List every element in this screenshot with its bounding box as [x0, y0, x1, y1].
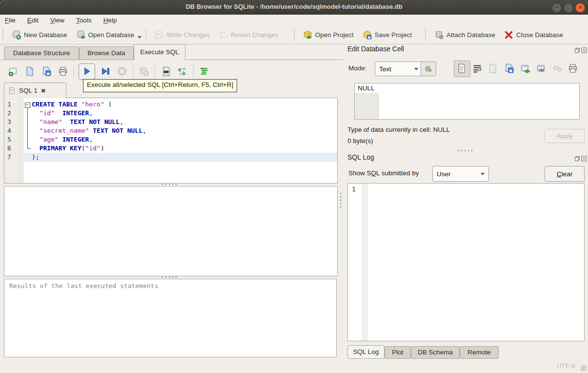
tab-sql-log[interactable]: SQL Log	[347, 345, 385, 359]
save-project-icon	[363, 30, 372, 40]
open-sql-file-icon[interactable]	[23, 65, 36, 78]
splitter-handle[interactable]	[458, 150, 474, 151]
tab-db-schema[interactable]: DB Schema	[411, 346, 460, 359]
print-icon[interactable]	[567, 62, 579, 74]
tab-remote[interactable]: Remote	[460, 346, 499, 359]
window-title: DB Browser for SQLite - /home/user/code/…	[0, 3, 588, 10]
toolbar-button-label: Revert Changes	[231, 31, 279, 39]
log-fold-margin	[362, 184, 368, 341]
cell-editor-margin	[355, 93, 379, 119]
code-line[interactable]: PRIMARY KEY("id")	[24, 144, 337, 153]
toolbar-separator	[133, 65, 133, 77]
tab-browse-data[interactable]: Browse Data	[79, 46, 134, 60]
editor-fold-margin	[18, 98, 24, 183]
maximize-icon[interactable]: □	[564, 3, 573, 13]
toolbar-grip[interactable]	[294, 29, 296, 40]
save-project-button[interactable]: Save Project	[358, 28, 417, 41]
tab-database-structure[interactable]: Database Structure	[4, 46, 79, 60]
menu-tools[interactable]: Tools	[76, 17, 92, 24]
toolbar-button-label: Close Database	[516, 31, 563, 39]
export-data-icon[interactable]	[503, 62, 515, 74]
toolbar-button-label: Save Project	[375, 31, 412, 39]
new-sql-tab-icon[interactable]	[7, 65, 20, 78]
mode-select-value: Text	[379, 65, 391, 73]
line-number: 1	[4, 100, 18, 109]
menu-edit[interactable]: Edit	[27, 17, 39, 24]
attach-database-button[interactable]: Attach Database	[430, 28, 500, 41]
close-tab-icon[interactable]: ✖	[41, 87, 46, 94]
menu-view[interactable]: View	[50, 17, 64, 24]
line-number: 3	[4, 118, 18, 126]
toolbar-separator	[193, 65, 194, 77]
apply-button[interactable]: Apply	[545, 129, 585, 143]
mode-select[interactable]: Text	[375, 62, 423, 76]
new-database-icon	[12, 30, 21, 40]
code-line[interactable]: );	[24, 153, 337, 162]
dock-close-icon[interactable]	[581, 46, 587, 52]
fold-marker-icon[interactable]	[25, 103, 30, 108]
sql-log-filter-select[interactable]: User	[432, 166, 489, 182]
code-line[interactable]: CREATE TABLE "hero" (	[24, 100, 337, 109]
clear-log-button[interactable]: Clear	[545, 166, 585, 182]
format-sql-icon[interactable]	[198, 65, 211, 78]
text-mode-icon[interactable]	[456, 62, 467, 74]
close-database-button[interactable]: Close Database	[500, 28, 568, 41]
toolbar-separator	[146, 29, 146, 41]
find-icon[interactable]	[160, 65, 172, 78]
toolbar-button-label: Open Database	[88, 31, 135, 39]
sql-editor-toolbar: ab	[5, 62, 213, 80]
word-wrap-icon[interactable]	[471, 62, 483, 74]
panel-splitter-handle[interactable]	[340, 193, 342, 209]
sql-log-view[interactable]: 1	[347, 183, 585, 341]
sql-document-tab[interactable]: SQL 1 ✖	[4, 83, 66, 98]
execute-current-line-icon[interactable]	[99, 65, 112, 78]
code-line[interactable]: "age" INTEGER,	[24, 135, 337, 144]
cell-editor[interactable]: NULL	[354, 83, 580, 120]
new-database-button[interactable]: New Database	[7, 28, 72, 41]
menu-help[interactable]: Help	[103, 17, 117, 24]
splitter-handle[interactable]	[162, 184, 179, 185]
link-icon[interactable]	[535, 62, 547, 74]
code-line[interactable]: "id" INTEGER,	[24, 109, 337, 118]
resize-grip[interactable]	[581, 365, 587, 371]
splitter-handle[interactable]	[162, 276, 179, 278]
stop-icon[interactable]	[116, 65, 128, 78]
sql-file-icon	[8, 87, 16, 94]
import-data-icon[interactable]	[487, 62, 499, 74]
toolbar-grip[interactable]	[425, 29, 427, 40]
execution-log[interactable]: Results of the last executed statements	[4, 279, 337, 357]
fold-guide-line	[27, 107, 28, 148]
print-icon[interactable]	[57, 65, 69, 78]
titlebar[interactable]: DB Browser for SQLite - /home/user/code/…	[0, 0, 588, 15]
code-line[interactable]: "name" TEXT NOT NULL,	[24, 118, 337, 126]
execute-sql-icon[interactable]	[79, 63, 95, 80]
editor-code[interactable]: CREATE TABLE "hero" ( "id" INTEGER, "nam…	[24, 98, 337, 183]
apply-auto-icon	[424, 64, 433, 73]
dock-float-icon[interactable]	[574, 46, 580, 52]
write-changes-button[interactable]: Write Changes	[150, 28, 214, 41]
revert-changes-icon	[219, 30, 228, 40]
log-line-number: 1	[352, 186, 356, 193]
set-null-icon[interactable]	[551, 62, 563, 74]
close-icon[interactable]: ✕	[575, 3, 585, 13]
apply-auto-button[interactable]	[421, 62, 436, 76]
open-database-button[interactable]: Open Database	[72, 28, 139, 41]
open-project-button[interactable]: Open Project	[299, 28, 358, 41]
sql-editor[interactable]: 1234567 CREATE TABLE "hero" ( "id" INTEG…	[4, 98, 338, 184]
results-grid[interactable]	[4, 186, 338, 276]
minimize-icon[interactable]: −	[552, 3, 562, 13]
toolbar-grip[interactable]	[2, 29, 5, 40]
find-replace-icon[interactable]: ab	[176, 65, 189, 78]
dock-close-icon[interactable]	[581, 155, 587, 161]
revert-changes-button[interactable]: Revert Changes	[214, 28, 283, 41]
dock-float-icon[interactable]	[574, 155, 580, 161]
open-database-dropdown-icon[interactable]	[138, 36, 142, 39]
tab-plot[interactable]: Plot	[385, 346, 411, 359]
save-sql-file-icon[interactable]	[40, 65, 53, 78]
menu-file[interactable]: File	[5, 17, 16, 24]
toolbar-separator	[155, 65, 155, 77]
tab-execute-sql[interactable]: Execute SQL	[134, 44, 185, 60]
save-results-icon[interactable]	[138, 65, 150, 78]
open-external-icon[interactable]	[519, 62, 531, 74]
code-line[interactable]: "secret_name" TEXT NOT NULL,	[24, 126, 337, 135]
